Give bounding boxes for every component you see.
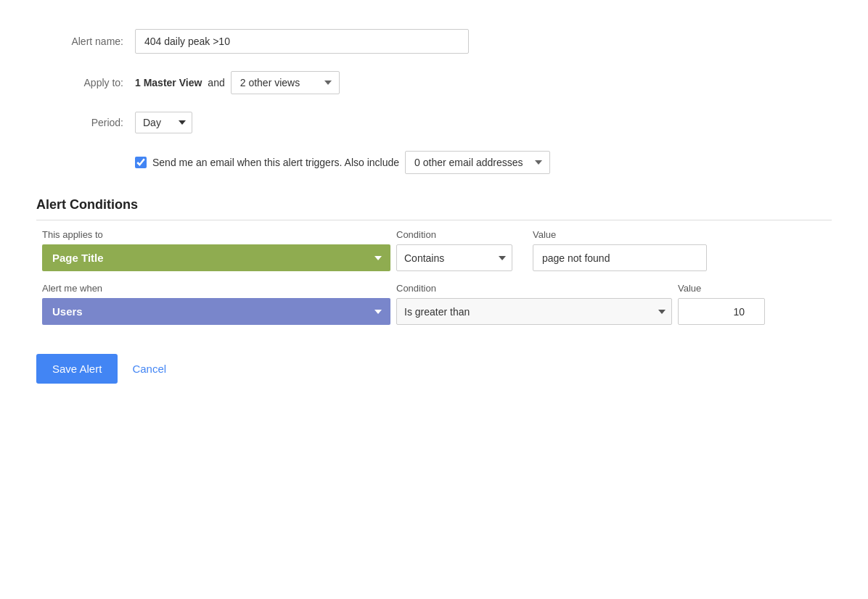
email-row: Send me an email when this alert trigger…: [135, 151, 832, 174]
alert-me-data-row: Users Sessions Pageviews Goal Completion…: [36, 298, 832, 325]
alert-conditions-section: Alert Conditions This applies to Conditi…: [36, 197, 832, 325]
condition-header-1: Condition: [396, 229, 527, 240]
apply-to-content: 1 Master View and 2 other views 1 other …: [135, 71, 340, 94]
users-dropdown[interactable]: Users Sessions Pageviews Goal Completion…: [42, 298, 390, 325]
master-view-text: 1 Master View: [135, 77, 202, 88]
apply-to-label: Apply to:: [36, 77, 123, 88]
alert-name-row: Alert name:: [36, 29, 832, 54]
value-header-2: Value: [678, 283, 826, 294]
cancel-button[interactable]: Cancel: [132, 363, 166, 375]
page-title-dropdown[interactable]: Page Title Page Path Event Category User…: [42, 244, 390, 271]
condition-header-2: Condition: [396, 283, 672, 294]
period-label: Period:: [36, 117, 123, 128]
alert-name-label: Alert name:: [36, 36, 123, 47]
numeric-value-input[interactable]: [678, 298, 765, 325]
views-dropdown[interactable]: 2 other views 1 other view 3 other views: [231, 71, 340, 94]
alert-me-header: Alert me when: [42, 283, 390, 294]
email-text: Send me an email when this alert trigger…: [152, 157, 399, 168]
alert-me-header-row: Alert me when Condition Value: [36, 283, 832, 294]
actions-row: Save Alert Cancel: [36, 354, 832, 384]
page-not-found-input[interactable]: [533, 244, 707, 271]
contains-select[interactable]: Contains Does not contain Matches regex …: [396, 244, 512, 271]
section-title: Alert Conditions: [36, 197, 832, 212]
conditions-table: This applies to Condition Value Page Tit…: [36, 220, 832, 325]
greater-than-select[interactable]: Is greater than Is less than Is between …: [396, 298, 672, 325]
alert-name-input[interactable]: [135, 29, 469, 54]
value-header-1: Value: [533, 229, 826, 240]
save-button[interactable]: Save Alert: [36, 354, 118, 384]
period-row: Period: Day Week Month: [36, 112, 832, 133]
email-checkbox[interactable]: [135, 157, 147, 168]
conditions-header-row-1: This applies to Condition Value: [36, 229, 832, 240]
period-select[interactable]: Day Week Month: [135, 112, 192, 133]
conditions-data-row-1: Page Title Page Path Event Category User…: [36, 244, 832, 271]
email-dropdown[interactable]: 0 other email addresses 1 other email ad…: [405, 151, 550, 174]
apply-to-row: Apply to: 1 Master View and 2 other view…: [36, 71, 832, 94]
applies-to-header: This applies to: [42, 229, 390, 240]
and-text: and: [208, 77, 224, 88]
